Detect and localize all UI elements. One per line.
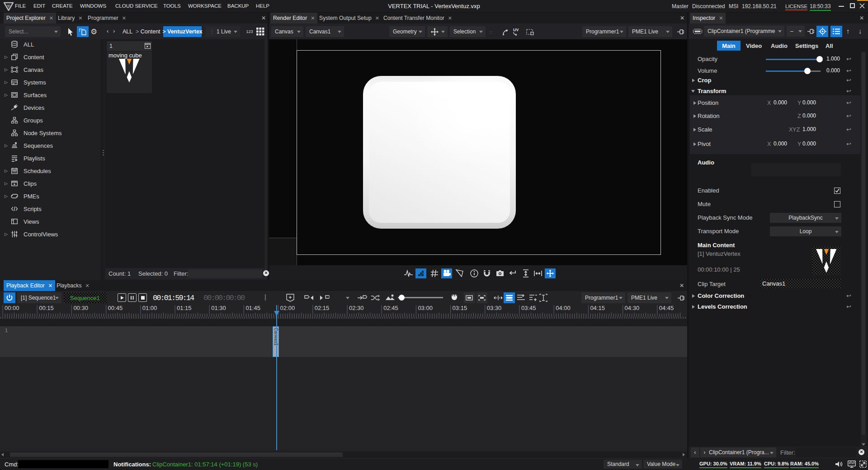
svg-text:01:30: 01:30 xyxy=(211,305,226,311)
svg-text:03:30: 03:30 xyxy=(487,305,502,311)
svg-text:01:00: 01:00 xyxy=(142,305,157,311)
svg-text:00:00: 00:00 xyxy=(5,305,19,311)
svg-text:03:45: 03:45 xyxy=(521,305,536,311)
svg-text:02:00: 02:00 xyxy=(280,305,295,311)
svg-text:03:15: 03:15 xyxy=(453,305,467,311)
svg-text:02:45: 02:45 xyxy=(383,305,398,311)
svg-text:02:15: 02:15 xyxy=(315,305,330,311)
svg-text:03:00: 03:00 xyxy=(418,305,433,311)
svg-text:04:00: 04:00 xyxy=(556,305,571,311)
svg-text:00:15: 00:15 xyxy=(39,305,54,311)
svg-text:04:45: 04:45 xyxy=(659,305,674,311)
svg-text:04:30: 04:30 xyxy=(625,305,640,311)
svg-text:00:30: 00:30 xyxy=(73,305,88,311)
svg-text:01:45: 01:45 xyxy=(245,305,260,311)
svg-text:02:30: 02:30 xyxy=(349,305,364,311)
svg-text:00:45: 00:45 xyxy=(108,305,123,311)
svg-text:04:15: 04:15 xyxy=(590,305,605,311)
svg-text:01:15: 01:15 xyxy=(177,305,192,311)
